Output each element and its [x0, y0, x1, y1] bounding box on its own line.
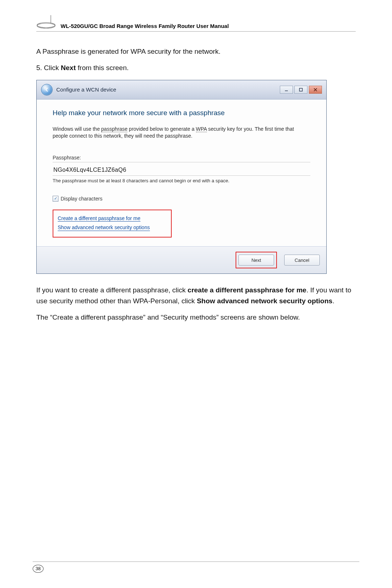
minimize-button[interactable] — [280, 86, 293, 94]
body-text: A Passphrase is generated for WPA securi… — [36, 46, 356, 73]
close-icon — [313, 88, 318, 92]
footer-rule — [33, 561, 359, 562]
display-characters-checkbox[interactable]: ✓ Display characters — [53, 196, 310, 202]
wcn-dialog: Configure a WCN device Help make your ne… — [36, 80, 327, 274]
header-title: WL-520GU/GC Broad Range Wireless Family … — [61, 23, 229, 29]
checkbox-label: Display characters — [61, 196, 102, 202]
passphrase-label: Passphrase: — [53, 155, 310, 162]
maximize-button[interactable] — [294, 86, 307, 94]
minimize-icon — [284, 88, 289, 92]
cancel-button[interactable]: Cancel — [284, 255, 320, 265]
link-advanced-security[interactable]: Show advanced network security options — [58, 224, 150, 231]
body-text-2: If you want to create a different passph… — [36, 285, 356, 323]
close-button[interactable] — [309, 86, 322, 94]
window-controls — [280, 86, 322, 94]
para-screens-below: The “Create a different passphrase” and … — [36, 312, 356, 323]
svg-rect-4 — [299, 88, 302, 91]
dialog-heading: Help make your network more secure with … — [53, 109, 310, 117]
dialog-title: Configure a WCN device — [56, 86, 116, 93]
highlight-next-box: Next — [236, 252, 277, 268]
page-header: WL-520GU/GC Broad Range Wireless Family … — [36, 15, 356, 32]
highlight-links-box: Create a different passphrase for me Sho… — [53, 210, 172, 238]
next-button[interactable]: Next — [238, 255, 274, 265]
back-button[interactable] — [41, 84, 53, 96]
intro-text: A Passphrase is generated for WPA securi… — [36, 46, 356, 57]
para-different-passphrase: If you want to create a different passph… — [36, 285, 356, 306]
dialog-footer: Next Cancel — [37, 246, 326, 273]
checkbox-icon: ✓ — [53, 196, 58, 202]
passphrase-input[interactable]: NGo4X6Lqv4LCE1JZ6aQ6 — [53, 165, 310, 176]
router-icon — [36, 15, 56, 29]
maximize-icon — [299, 88, 303, 92]
passphrase-hint: The passphrase must be at least 8 charac… — [53, 178, 310, 183]
manual-page: WL-520GU/GC Broad Range Wireless Family … — [0, 0, 392, 588]
dialog-content: Help make your network more secure with … — [37, 100, 326, 246]
arrow-left-icon — [44, 87, 49, 92]
step-5: 5. Click Next from this screen. — [36, 62, 356, 73]
page-number: 38 — [33, 565, 44, 573]
link-different-passphrase[interactable]: Create a different passphrase for me — [58, 215, 140, 222]
dialog-description: Windows will use the passphrase provided… — [53, 126, 310, 139]
dialog-titlebar: Configure a WCN device — [37, 80, 326, 100]
